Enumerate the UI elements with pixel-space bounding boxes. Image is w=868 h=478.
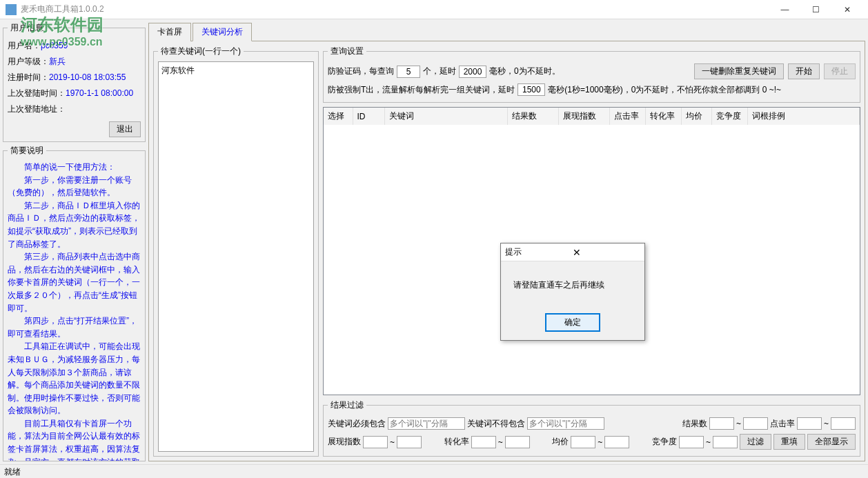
captcha-count-input[interactable] [397,66,420,78]
col-ctr[interactable]: 点击率 [609,108,645,125]
query-settings-panel: 查询设置 防验证码，每查询 个，延时 毫秒，0为不延时。 一键删除重复关键词 开… [323,46,860,103]
tab-first-screen[interactable]: 卡首屏 [148,23,191,41]
col-competition[interactable]: 竞争度 [711,108,747,125]
minimize-button[interactable]: — [769,0,800,19]
cvr-max[interactable] [505,436,530,448]
instructions-legend: 简要说明 [8,145,46,157]
statusbar: 就绪 [0,464,868,478]
dedupe-button[interactable]: 一键删除重复关键词 [694,63,784,79]
col-root-rank[interactable]: 词根排例 [747,108,860,125]
avg-price-max[interactable] [604,436,629,448]
col-impression[interactable]: 展现指数 [558,108,609,125]
tabs: 卡首屏 关键词分析 [148,22,865,41]
dialog-message: 请登陆直通车之后再继续 [501,261,644,309]
window-controls: — ☐ ✕ [769,0,862,19]
query-settings-legend: 查询设置 [328,46,366,57]
username-value: pc0359 [41,41,68,50]
avg-price-min[interactable] [571,436,595,448]
user-info-legend: 用户信息 [8,22,46,34]
col-avg-price[interactable]: 均价 [681,108,711,125]
dialog-close-button[interactable]: ✕ [570,247,640,258]
captcha-delay-input[interactable] [459,66,486,78]
maximize-button[interactable]: ☐ [800,0,831,19]
reset-button[interactable]: 重填 [773,434,805,450]
ctr-max[interactable] [831,417,856,430]
logout-button[interactable]: 退出 [109,121,141,137]
ctr-min[interactable] [797,417,822,430]
include-input[interactable] [388,417,465,430]
close-button[interactable]: ✕ [831,0,862,19]
user-info-panel: 用户信息 用户名：pc0359 用户等级：新兵 注册时间：2019-10-08 … [3,22,146,142]
app-icon [6,4,17,15]
col-result-count[interactable]: 结果数 [507,108,558,125]
col-id[interactable]: ID [353,108,384,125]
parse-delay-input[interactable] [517,83,545,96]
main-panel: 卡首屏 关键词分析 待查关键词(一行一个) 河东软件 查询设置 防验证码，每查询… [148,19,868,464]
user-level-value: 新兵 [49,57,66,66]
cvr-min[interactable] [471,436,496,448]
instructions-panel: 简要说明 简单的说一下使用方法： 第一步，你需要注册一个账号（免费的），然后登陆… [3,145,146,461]
instructions-text: 简单的说一下使用方法： 第一步，你需要注册一个账号（免费的），然后登陆软件。 第… [8,161,141,461]
filter-button[interactable]: 过滤 [740,434,771,450]
start-button[interactable]: 开始 [788,63,820,79]
sidebar: 用户信息 用户名：pc0359 用户等级：新兵 注册时间：2019-10-08 … [0,19,148,464]
keyword-input-panel: 待查关键词(一行一个) 河东软件 [153,46,319,457]
prompt-dialog: 提示 ✕ 请登陆直通车之后再继续 确定 [500,243,645,341]
result-filter-legend: 结果过滤 [328,399,366,411]
dialog-ok-button[interactable]: 确定 [545,313,600,332]
result-count-min[interactable] [709,417,734,430]
result-count-max[interactable] [743,417,768,430]
tab-keyword-analysis[interactable]: 关键词分析 [193,23,252,41]
col-cvr[interactable]: 转化率 [645,108,681,125]
result-filter-panel: 结果过滤 关键词必须包含 关键词不得包含 结果数 ~ 点击率 ~ [323,399,860,457]
dialog-title: 提示 [505,246,570,258]
impression-min[interactable] [363,436,388,448]
exclude-input[interactable] [527,417,604,430]
keyword-textarea[interactable]: 河东软件 [158,61,314,452]
impression-max[interactable] [397,436,422,448]
col-keyword[interactable]: 关键词 [384,108,507,125]
keyword-legend: 待查关键词(一行一个) [158,46,244,57]
titlebar: 麦禾电商工具箱1.0.0.2 — ☐ ✕ [0,0,868,19]
app-title: 麦禾电商工具箱1.0.0.2 [21,3,769,15]
show-all-button[interactable]: 全部显示 [807,434,856,450]
register-time-value: 2019-10-08 18:03:55 [49,72,126,82]
col-select[interactable]: 选择 [324,108,353,125]
competition-min[interactable] [679,436,704,448]
last-login-time-value: 1970-1-1 08:00:00 [66,88,133,98]
competition-max[interactable] [713,436,738,448]
stop-button[interactable]: 停止 [824,63,856,79]
